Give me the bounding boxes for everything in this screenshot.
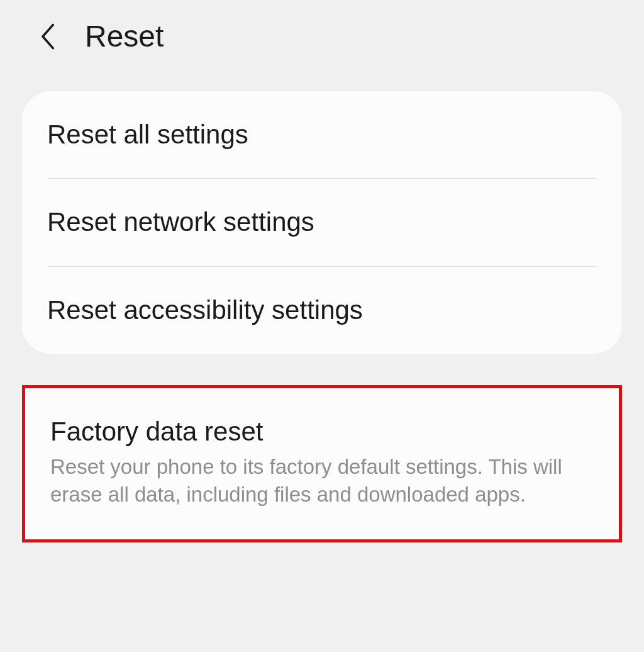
reset-all-settings-item[interactable]: Reset all settings [22, 91, 622, 178]
list-item-title: Factory data reset [50, 416, 594, 447]
list-item-title: Reset all settings [47, 119, 597, 150]
page-title: Reset [85, 19, 164, 53]
list-item-title: Reset accessibility settings [47, 295, 597, 326]
back-icon[interactable] [38, 21, 57, 52]
header: Reset [0, 0, 644, 79]
settings-card-1: Reset all settings Reset network setting… [22, 91, 622, 354]
reset-network-settings-item[interactable]: Reset network settings [22, 179, 622, 266]
list-item-title: Reset network settings [47, 206, 597, 238]
factory-reset-card: Factory data reset Reset your phone to i… [22, 385, 622, 542]
factory-data-reset-item[interactable]: Factory data reset Reset your phone to i… [25, 388, 619, 539]
list-item-description: Reset your phone to its factory default … [50, 453, 594, 509]
reset-accessibility-settings-item[interactable]: Reset accessibility settings [22, 267, 622, 354]
